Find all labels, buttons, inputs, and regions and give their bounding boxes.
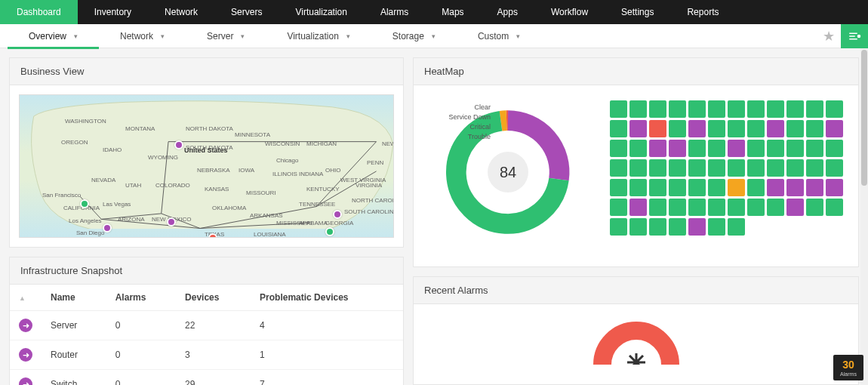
- alarm-count-badge[interactable]: 30 Alarms: [833, 355, 863, 380]
- heatmap-cell[interactable]: [767, 179, 784, 196]
- heatmap-cell[interactable]: [610, 199, 627, 216]
- heatmap-cell[interactable]: [826, 100, 843, 118]
- heatmap-cell[interactable]: [806, 199, 823, 216]
- heatmap-cell[interactable]: [786, 100, 804, 118]
- heatmap-cell[interactable]: [629, 159, 647, 177]
- heatmap-cell[interactable]: [826, 140, 843, 157]
- heatmap-cell[interactable]: [708, 140, 725, 157]
- heatmap-cell[interactable]: [708, 120, 725, 137]
- topnav-item-virtualization[interactable]: Virtualization: [279, 0, 363, 24]
- heatmap-cell[interactable]: [669, 159, 686, 177]
- heatmap-cell[interactable]: [649, 199, 666, 216]
- map-node[interactable]: [167, 217, 176, 226]
- heatmap-cell[interactable]: [767, 159, 784, 177]
- heatmap-cell[interactable]: [806, 179, 823, 196]
- heatmap-cell[interactable]: [767, 120, 784, 137]
- heatmap-cell[interactable]: [747, 120, 765, 137]
- heatmap-cell[interactable]: [708, 100, 725, 118]
- heatmap-cell[interactable]: [826, 159, 843, 177]
- heatmap-cell[interactable]: [747, 179, 765, 196]
- page-scrollbar[interactable]: [860, 48, 868, 385]
- map-node[interactable]: [80, 199, 89, 208]
- heatmap-cell[interactable]: [728, 199, 745, 216]
- heatmap-cell[interactable]: [629, 100, 647, 118]
- heatmap-cell[interactable]: [747, 199, 765, 216]
- recent-alarms-donut[interactable]: [580, 319, 693, 365]
- topnav-item-maps[interactable]: Maps: [425, 0, 480, 24]
- heatmap-cell[interactable]: [728, 218, 745, 236]
- heatmap-cell[interactable]: [728, 179, 745, 196]
- heatmap-cell[interactable]: [728, 140, 745, 157]
- topnav-item-inventory[interactable]: Inventory: [78, 0, 148, 24]
- add-widget-button[interactable]: [841, 24, 868, 48]
- heatmap-cell[interactable]: [806, 140, 823, 157]
- heatmap-cell[interactable]: [649, 140, 666, 157]
- expand-icon[interactable]: ➜: [19, 348, 32, 362]
- heatmap-cell[interactable]: [649, 159, 666, 177]
- heatmap-cell[interactable]: [708, 218, 725, 236]
- heatmap-cell[interactable]: [826, 199, 843, 216]
- heatmap-cell[interactable]: [688, 179, 706, 196]
- heatmap-cell[interactable]: [610, 100, 627, 118]
- heatmap-cell[interactable]: [767, 199, 784, 216]
- snapshot-col-3[interactable]: Devices: [176, 285, 251, 311]
- heatmap-cell[interactable]: [688, 218, 706, 236]
- expand-icon[interactable]: ➜: [19, 377, 32, 385]
- heatmap-cell[interactable]: [629, 120, 647, 137]
- map-node[interactable]: [103, 223, 112, 233]
- topnav-item-network[interactable]: Network: [148, 0, 214, 24]
- heatmap-cell[interactable]: [786, 120, 804, 137]
- heatmap-cell[interactable]: [708, 179, 725, 196]
- heatmap-cell[interactable]: [688, 199, 706, 216]
- map-node[interactable]: [325, 227, 334, 236]
- snapshot-col-2[interactable]: Alarms: [106, 285, 176, 311]
- heatmap-cell[interactable]: [629, 218, 647, 236]
- heatmap-cell[interactable]: [610, 179, 627, 196]
- heatmap-cell[interactable]: [649, 179, 666, 196]
- subnav-item-virtualization[interactable]: Virtualization▾: [266, 24, 371, 48]
- subnav-item-server[interactable]: Server▾: [186, 24, 266, 48]
- heatmap-cell[interactable]: [786, 159, 804, 177]
- heatmap-cell[interactable]: [610, 120, 627, 137]
- heatmap-cell[interactable]: [786, 179, 804, 196]
- heatmap-cell[interactable]: [747, 159, 765, 177]
- subnav-item-custom[interactable]: Custom▾: [457, 24, 541, 48]
- favorite-star-icon[interactable]: ★: [817, 28, 841, 45]
- snapshot-col-1[interactable]: Name: [42, 285, 106, 311]
- snapshot-col-0[interactable]: ▲: [10, 285, 42, 311]
- heatmap-cell[interactable]: [629, 199, 647, 216]
- heatmap-cell[interactable]: [806, 159, 823, 177]
- topnav-item-dashboard[interactable]: Dashboard: [0, 0, 78, 24]
- table-row[interactable]: ➜Server0224: [10, 311, 403, 340]
- heatmap-cell[interactable]: [747, 140, 765, 157]
- expand-icon[interactable]: ➜: [19, 319, 32, 332]
- heatmap-cell[interactable]: [669, 218, 686, 236]
- heatmap-cell[interactable]: [806, 120, 823, 137]
- heatmap-cell[interactable]: [649, 120, 666, 137]
- table-row[interactable]: ➜Router031: [10, 340, 403, 370]
- heatmap-cell[interactable]: [786, 199, 804, 216]
- map-node[interactable]: [174, 140, 183, 149]
- subnav-item-network[interactable]: Network▾: [99, 24, 186, 48]
- map-node[interactable]: [333, 210, 342, 219]
- heatmap-donut[interactable]: ClearService DownCriticalTrouble 84: [436, 100, 580, 244]
- topnav-item-settings[interactable]: Settings: [605, 0, 670, 24]
- heatmap-cell[interactable]: [610, 159, 627, 177]
- scrollbar-thumb[interactable]: [861, 50, 867, 186]
- heatmap-cell[interactable]: [708, 199, 725, 216]
- heatmap-cell[interactable]: [728, 159, 745, 177]
- heatmap-cell[interactable]: [786, 140, 804, 157]
- subnav-item-overview[interactable]: Overview▾: [8, 24, 99, 48]
- heatmap-cell[interactable]: [649, 218, 666, 236]
- heatmap-cell[interactable]: [669, 120, 686, 137]
- heatmap-cell[interactable]: [649, 100, 666, 118]
- heatmap-cell[interactable]: [610, 218, 627, 236]
- topnav-item-alarms[interactable]: Alarms: [364, 0, 425, 24]
- heatmap-cell[interactable]: [806, 100, 823, 118]
- subnav-item-storage[interactable]: Storage▾: [371, 24, 457, 48]
- map-node[interactable]: [208, 233, 217, 238]
- heatmap-cell[interactable]: [747, 100, 765, 118]
- heatmap-cell[interactable]: [767, 100, 784, 118]
- topnav-item-workflow[interactable]: Workflow: [534, 0, 605, 24]
- heatmap-cell[interactable]: [669, 100, 686, 118]
